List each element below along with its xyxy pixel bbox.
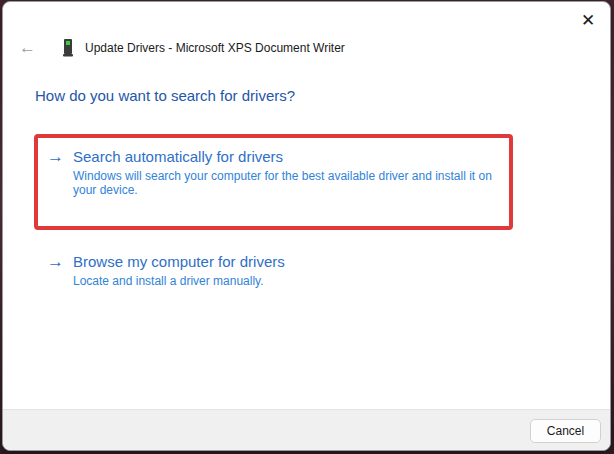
wizard-header: ← Update Drivers - Microsoft XPS Documen… <box>19 36 594 60</box>
option-title: Search automatically for drivers <box>73 147 492 167</box>
option-browse-computer[interactable]: → Browse my computer for drivers Locate … <box>47 252 285 288</box>
option-text-block: Search automatically for drivers Windows… <box>73 147 492 197</box>
arrow-right-icon: → <box>47 252 73 272</box>
arrow-right-icon: → <box>47 147 73 167</box>
printer-device-icon <box>61 38 75 58</box>
update-drivers-dialog: ✕ ← Update Drivers - Microsoft XPS Docum… <box>2 1 611 451</box>
option-description-line: Locate and install a driver manually. <box>73 274 285 288</box>
close-icon[interactable]: ✕ <box>572 7 604 33</box>
back-icon[interactable]: ← <box>19 36 43 60</box>
option-description-line: Windows will search your computer for th… <box>73 169 492 183</box>
option-search-automatically[interactable]: → Search automatically for drivers Windo… <box>47 147 492 197</box>
option-description-line: your device. <box>73 183 492 197</box>
page-title: How do you want to search for drivers? <box>35 87 295 104</box>
cancel-button[interactable]: Cancel <box>530 419 601 443</box>
footer-bar: Cancel <box>3 409 610 450</box>
titlebar: ✕ <box>3 2 610 34</box>
window-title: Update Drivers - Microsoft XPS Document … <box>85 41 345 55</box>
option-title: Browse my computer for drivers <box>73 252 285 272</box>
option-text-block: Browse my computer for drivers Locate an… <box>73 252 285 288</box>
